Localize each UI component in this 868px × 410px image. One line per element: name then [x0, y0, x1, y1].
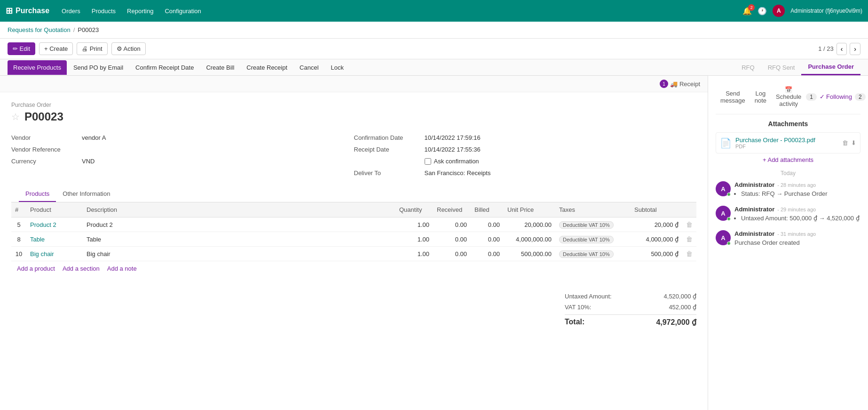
nav-configuration[interactable]: Configuration — [160, 5, 205, 17]
pdf-icon: 📄 — [720, 137, 732, 149]
edit-button[interactable]: ✏ Edit — [8, 42, 35, 55]
vendor-value[interactable]: vendor A — [82, 134, 106, 141]
workflow-create-receipt[interactable]: Create Receipt — [241, 60, 293, 75]
step-purchase-order: Purchase Order — [801, 59, 860, 75]
check-icon: ✓ — [820, 93, 825, 100]
cell-unit-price[interactable]: 20,000.00 — [504, 217, 555, 232]
cell-product[interactable]: Big chair — [26, 247, 83, 261]
send-message-button[interactable]: Send message — [716, 87, 750, 107]
add-note-link[interactable]: Add a note — [107, 265, 137, 272]
currency-label: Currency — [11, 158, 82, 165]
schedule-activity-button[interactable]: 📅 Schedule activity — [771, 83, 806, 110]
add-section-link[interactable]: Add a section — [63, 265, 100, 272]
cell-quantity[interactable]: 1.00 — [395, 232, 433, 247]
ask-confirmation-value[interactable]: Ask confirmation — [425, 158, 479, 165]
next-button[interactable]: › — [850, 43, 860, 55]
chatter-message: A Administrator - 28 minutes ago Status:… — [716, 181, 860, 198]
tag-badge[interactable]: 1 — [806, 93, 817, 101]
nav-orders[interactable]: Orders — [57, 5, 85, 17]
deliver-to-value[interactable]: San Francisco: Receipts — [425, 169, 491, 177]
workflow-receive-products[interactable]: Receive Products — [8, 60, 67, 75]
log-note-button[interactable]: Log note — [750, 87, 771, 107]
attachment-download-icon[interactable]: ⬇ — [851, 139, 856, 146]
workflow-send-po[interactable]: Send PO by Email — [68, 60, 129, 75]
action-button[interactable]: ⚙ Action — [111, 42, 146, 55]
followers-badge[interactable]: 2 — [855, 93, 866, 101]
cell-delete[interactable]: 🗑 — [682, 232, 696, 247]
ask-confirmation-field: Ask confirmation — [354, 155, 697, 167]
nav-reporting[interactable]: Reporting — [122, 5, 158, 17]
tab-other-information[interactable]: Other Information — [56, 186, 117, 202]
breadcrumb-current: P00023 — [78, 26, 99, 33]
attachment-name[interactable]: Purchase Order - P00023.pdf — [735, 137, 815, 144]
cell-delete[interactable]: 🗑 — [682, 247, 696, 261]
following-button[interactable]: ✓ Following — [820, 93, 852, 100]
action-bar: ✏ Edit + Create 🖨 Print ⚙ Action 1 / 23 … — [0, 39, 868, 59]
cell-subtotal: 500,000 ₫ — [631, 247, 682, 261]
delete-row-icon[interactable]: 🗑 — [686, 235, 693, 243]
attachment-delete-icon[interactable]: 🗑 — [842, 139, 848, 146]
prev-button[interactable]: ‹ — [836, 43, 847, 55]
notifications-icon[interactable]: 🔔2 — [742, 7, 752, 16]
currency-field: Currency VND — [11, 155, 354, 167]
confirmation-date-value[interactable]: 10/14/2022 17:59:16 — [425, 134, 481, 141]
user-avatar[interactable]: A — [773, 5, 785, 17]
chatter-messages: A Administrator - 28 minutes ago Status:… — [716, 181, 860, 246]
totals-section: Untaxed Amount: 4,520,000 ₫ VAT 10%: 452… — [0, 285, 708, 334]
cell-taxes[interactable]: Deductible VAT 10% — [555, 232, 631, 247]
cell-taxes[interactable]: Deductible VAT 10% — [555, 247, 631, 261]
delete-row-icon[interactable]: 🗑 — [686, 250, 693, 257]
sidebar-meta: 1 ✓ Following 2 — [806, 93, 865, 101]
workflow-lock[interactable]: Lock — [325, 60, 349, 75]
col-header-subtotal: Subtotal — [631, 202, 682, 217]
products-table: # Product Description Quantity Received … — [11, 202, 696, 261]
favorite-icon[interactable]: ☆ — [11, 111, 20, 122]
cell-unit-price[interactable]: 500,000.00 — [504, 247, 555, 261]
chatter-time: - 28 minutes ago — [777, 182, 816, 188]
nav-products[interactable]: Products — [87, 5, 120, 17]
tax-badge[interactable]: Deductible VAT 10% — [559, 221, 614, 229]
ask-confirmation-checkbox[interactable] — [425, 158, 431, 165]
receipt-label: Receipt — [679, 80, 700, 88]
user-name[interactable]: Administrator (fj6nyue0vi9m) — [790, 8, 862, 14]
add-attachment-link[interactable]: + Add attachments — [716, 156, 860, 163]
col-header-taxes: Taxes — [555, 202, 631, 217]
cell-num: 8 — [11, 232, 26, 247]
chatter-avatar: A — [716, 206, 731, 221]
tab-products[interactable]: Products — [19, 186, 56, 202]
tax-badge[interactable]: Deductible VAT 10% — [559, 250, 614, 258]
breadcrumb: Requests for Quotation / P00023 — [0, 22, 868, 39]
tabs-bar: Products Other Information — [11, 186, 696, 202]
fields-grid: Vendor vendor A Vendor Reference Currenc… — [11, 132, 696, 179]
cell-quantity[interactable]: 1.00 — [395, 217, 433, 232]
receipt-link[interactable]: 1 🚚 Receipt — [660, 80, 700, 88]
vendor-field: Vendor vendor A — [11, 132, 354, 144]
currency-value[interactable]: VND — [82, 158, 95, 165]
confirmation-date-label: Confirmation Date — [354, 134, 425, 141]
cell-product[interactable]: Table — [26, 232, 83, 247]
cell-unit-price[interactable]: 4,000,000.00 — [504, 232, 555, 247]
cell-taxes[interactable]: Deductible VAT 10% — [555, 217, 631, 232]
clock-icon[interactable]: 🕐 — [758, 7, 767, 16]
cell-product[interactable]: Product 2 — [26, 217, 83, 232]
receipt-date-value[interactable]: 10/14/2022 17:55:36 — [425, 146, 481, 153]
cell-description: Big chair — [83, 247, 395, 261]
pagination-area: 1 / 23 ‹ › — [818, 43, 860, 55]
workflow-create-bill[interactable]: Create Bill — [200, 60, 240, 75]
print-button[interactable]: 🖨 Print — [77, 42, 107, 55]
workflow-confirm-receipt-date[interactable]: Confirm Receipt Date — [130, 60, 199, 75]
receipt-icon: 🚚 — [670, 80, 678, 88]
delete-row-icon[interactable]: 🗑 — [686, 221, 693, 228]
app-logo[interactable]: ⊞ Purchase — [6, 6, 49, 16]
workflow-steps: RFQ RFQ Sent Purchase Order — [735, 59, 860, 75]
add-product-link[interactable]: Add a product — [17, 265, 55, 272]
create-button[interactable]: + Create — [39, 42, 73, 55]
tax-badge[interactable]: Deductible VAT 10% — [559, 236, 614, 243]
cell-delete[interactable]: 🗑 — [682, 217, 696, 232]
pagination-text: 1 / 23 — [818, 45, 834, 52]
workflow-cancel[interactable]: Cancel — [294, 60, 324, 75]
cell-quantity[interactable]: 1.00 — [395, 247, 433, 261]
chatter-text: Status: RFQ → Purchase Order — [734, 190, 860, 197]
breadcrumb-parent[interactable]: Requests for Quotation — [8, 26, 71, 33]
chatter-header: Administrator - 29 minutes ago — [734, 206, 860, 213]
